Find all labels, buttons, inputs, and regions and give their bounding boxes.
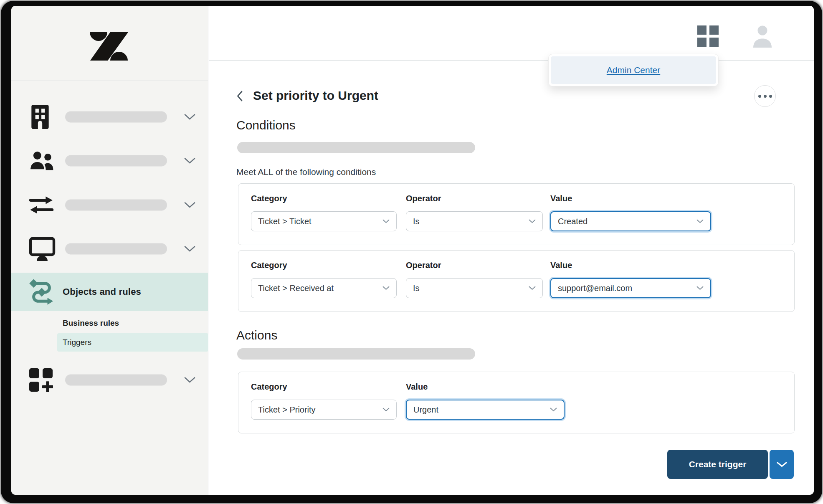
operator-select[interactable]: Is xyxy=(406,278,543,298)
admin-center-popover: Admin Center xyxy=(548,54,719,86)
sidebar-item-people[interactable] xyxy=(11,147,208,175)
sidebar-logo-area xyxy=(11,6,208,81)
select-value: Ticket > Priority xyxy=(258,405,316,415)
admin-center-link[interactable]: Admin Center xyxy=(607,65,660,75)
category-label: Category xyxy=(251,194,397,203)
select-value: Created xyxy=(558,217,587,226)
grid-icon[interactable] xyxy=(697,25,719,47)
back-chevron-icon[interactable] xyxy=(236,91,246,101)
condition-card: Category Operator Value Ticket > Receive… xyxy=(238,250,795,312)
nav-label-placeholder xyxy=(65,200,167,211)
chevron-down-icon xyxy=(550,408,557,412)
people-icon xyxy=(29,149,55,172)
top-header xyxy=(209,6,814,61)
window-frame: Objects and rules Business rules Trigger… xyxy=(1,1,822,503)
select-value: Ticket > Ticket xyxy=(258,217,311,226)
kebab-icon xyxy=(764,95,767,98)
kebab-icon xyxy=(769,95,772,98)
sidebar-item-apps[interactable] xyxy=(11,366,208,394)
operator-label: Operator xyxy=(406,194,543,203)
category-label: Category xyxy=(251,261,397,270)
operator-select[interactable]: Is xyxy=(406,211,543,231)
transfer-arrows-icon xyxy=(29,194,54,216)
chevron-down-icon xyxy=(382,286,390,290)
sidebar-item-triggers[interactable]: Triggers xyxy=(57,333,208,352)
create-trigger-dropdown-button[interactable] xyxy=(770,450,794,479)
chevron-down-icon xyxy=(184,246,195,252)
value-select[interactable]: Urgent xyxy=(406,400,565,420)
sidebar-item-account[interactable] xyxy=(11,103,208,131)
create-trigger-button[interactable]: Create trigger xyxy=(667,450,768,479)
chevron-down-icon xyxy=(696,219,704,223)
value-label: Value xyxy=(550,261,711,270)
sidebar-item-business-rules[interactable]: Business rules xyxy=(63,319,119,328)
workflow-path-icon xyxy=(28,279,56,305)
select-value: support@email.com xyxy=(558,284,632,293)
sidebar-item-label: Triggers xyxy=(63,338,91,347)
overflow-menu-button[interactable] xyxy=(754,85,776,107)
admin-center-popover-row[interactable]: Admin Center xyxy=(551,56,716,84)
kebab-icon xyxy=(758,95,761,98)
select-value: Ticket > Received at xyxy=(258,284,334,293)
chevron-down-icon xyxy=(184,158,195,164)
condition-card: Category Operator Value Ticket > Ticket … xyxy=(238,183,795,245)
operator-label: Operator xyxy=(406,261,543,270)
select-value: Is xyxy=(413,284,420,293)
nav-label-placeholder xyxy=(65,243,167,255)
text-placeholder-bar xyxy=(237,142,475,153)
create-trigger-split-button: Create trigger xyxy=(667,450,794,479)
screenshot-stage: Objects and rules Business rules Trigger… xyxy=(0,0,823,504)
text-placeholder-bar xyxy=(237,348,475,360)
chevron-down-icon xyxy=(184,377,195,383)
main-area: Admin Center Set priority to Urgent Cond… xyxy=(209,6,814,495)
sidebar-item-objects-and-rules[interactable]: Objects and rules xyxy=(11,273,208,311)
chevron-down-icon xyxy=(529,219,536,223)
conditions-subheading: Meet ALL of the following conditions xyxy=(236,167,376,177)
sidebar-item-channels[interactable] xyxy=(11,235,208,263)
avatar-icon[interactable] xyxy=(752,25,773,48)
value-label: Value xyxy=(406,382,565,392)
chevron-down-icon xyxy=(382,408,390,412)
category-select[interactable]: Ticket > Priority xyxy=(251,400,397,420)
category-select[interactable]: Ticket > Ticket xyxy=(251,211,397,231)
zendesk-admin-app: Objects and rules Business rules Trigger… xyxy=(11,6,814,495)
category-label: Category xyxy=(251,382,397,392)
chevron-down-icon xyxy=(777,462,787,467)
nav-label-placeholder xyxy=(65,111,167,123)
chevron-down-icon xyxy=(696,286,704,290)
nav-label-placeholder xyxy=(65,155,167,167)
actions-heading: Actions xyxy=(236,328,277,342)
page-title: Set priority to Urgent xyxy=(253,89,378,103)
value-select[interactable]: support@email.com xyxy=(550,278,711,298)
zendesk-logo-icon xyxy=(90,32,128,61)
category-select[interactable]: Ticket > Received at xyxy=(251,278,397,298)
building-icon xyxy=(29,104,51,130)
chevron-down-icon xyxy=(382,219,390,223)
sidebar-item-data[interactable] xyxy=(11,191,208,219)
chevron-down-icon xyxy=(184,114,195,120)
chevron-down-icon xyxy=(529,286,536,290)
apps-plus-icon xyxy=(29,368,53,392)
action-card: Category Value Ticket > Priority Urgent xyxy=(238,372,795,433)
select-value: Is xyxy=(413,217,420,226)
chevron-down-icon xyxy=(184,202,195,208)
sidebar-item-label: Objects and rules xyxy=(63,286,141,297)
value-select[interactable]: Created xyxy=(550,211,711,231)
nav-label-placeholder xyxy=(65,375,167,386)
conditions-heading: Conditions xyxy=(236,118,296,132)
value-label: Value xyxy=(550,194,711,203)
sidebar: Objects and rules Business rules Trigger… xyxy=(11,6,208,495)
monitor-icon xyxy=(29,237,56,261)
select-value: Urgent xyxy=(413,405,438,415)
